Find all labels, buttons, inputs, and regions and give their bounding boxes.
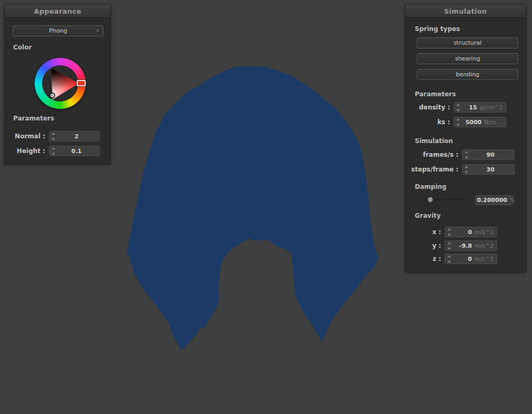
gravity-y-row: y : -9.8 m/s^2 <box>405 240 497 251</box>
height-value[interactable]: 0.1 <box>57 148 96 155</box>
spinner-arrows[interactable] <box>457 119 459 126</box>
height-parameter-row: Height : 0.1 <box>5 146 104 156</box>
chevron-down-icon[interactable] <box>448 246 451 249</box>
normal-parameter-row: Normal : 2 <box>5 131 104 142</box>
density-label: density : <box>405 104 454 111</box>
gravity-x-spinbox[interactable]: 0 m/s^2 <box>445 227 497 237</box>
structural-button-label: structural <box>454 39 482 46</box>
normal-spinbox[interactable]: 2 <box>49 131 100 142</box>
simulation-panel-body: Spring types structural shearing bending… <box>405 18 526 271</box>
spinner-arrows[interactable] <box>448 243 451 249</box>
chevron-down-icon[interactable] <box>457 123 460 126</box>
spinner-arrows[interactable] <box>465 152 468 158</box>
steps-spinbox[interactable]: 30 <box>462 164 515 175</box>
hue-selector-handle[interactable] <box>77 80 86 86</box>
shearing-button-label: shearing <box>455 55 480 62</box>
chevron-up-icon[interactable] <box>465 166 468 169</box>
damping-slider-track[interactable] <box>421 199 467 200</box>
spring-types-label: Spring types <box>415 25 460 33</box>
gravity-label: Gravity <box>415 212 441 219</box>
sim-parameters-label: Parameters <box>415 90 456 98</box>
damping-value: 0.200000 <box>477 197 507 204</box>
appearance-parameters-label: Parameters <box>13 115 54 122</box>
cloth-mesh[interactable] <box>127 66 378 350</box>
saturation-selector-handle[interactable] <box>49 93 55 98</box>
color-section-label: Color <box>13 44 32 51</box>
spinner-arrows[interactable] <box>448 256 451 262</box>
spinner-arrows[interactable] <box>465 166 468 173</box>
sim-section-label: Simulation <box>415 137 453 145</box>
spinner-arrows[interactable] <box>52 133 55 140</box>
frames-per-second-row: frames/s : 90 <box>405 149 515 160</box>
chevron-down-icon[interactable] <box>465 155 468 158</box>
appearance-panel: Appearance Phong › Color Parameters Norm… <box>4 4 111 165</box>
chevron-down-icon[interactable] <box>457 108 460 111</box>
ks-unit: N/m <box>482 119 503 126</box>
steps-label: steps/frame : <box>405 166 462 173</box>
simulation-panel-title: Simulation <box>444 7 487 15</box>
spinner-arrows[interactable] <box>457 104 459 111</box>
chevron-down-icon[interactable] <box>52 137 55 140</box>
damping-value-box[interactable]: 0.200000 % <box>475 195 513 205</box>
chevron-up-icon[interactable] <box>448 228 451 231</box>
steps-value[interactable]: 30 <box>470 166 511 173</box>
normal-value[interactable]: 2 <box>57 133 96 140</box>
gravity-x-unit: m/s^2 <box>472 229 494 236</box>
normal-label: Normal : <box>5 133 49 140</box>
chevron-up-icon[interactable] <box>52 147 55 150</box>
frames-label: frames/s : <box>405 151 462 158</box>
chevron-up-icon[interactable] <box>457 118 460 122</box>
gravity-y-value[interactable]: -9.8 <box>453 243 472 249</box>
damping-slider-handle[interactable] <box>427 197 433 203</box>
gravity-y-label: y : <box>405 242 445 249</box>
spinner-arrows[interactable] <box>448 229 451 236</box>
ks-value[interactable]: 5000 <box>462 119 482 126</box>
gravity-z-row: z : 0 m/s^2 <box>405 254 497 264</box>
density-unit: g/cm^2 <box>477 104 503 111</box>
gravity-y-spinbox[interactable]: -9.8 m/s^2 <box>445 240 497 251</box>
chevron-down-icon[interactable] <box>448 259 451 262</box>
gravity-y-unit: m/s^2 <box>472 243 494 249</box>
height-spinbox[interactable]: 0.1 <box>49 146 100 156</box>
chevron-up-icon[interactable] <box>52 133 55 136</box>
chevron-down-icon[interactable] <box>52 152 55 155</box>
chevron-down-icon[interactable] <box>465 170 468 173</box>
ks-parameter-row: ks : 5000 N/m <box>405 117 506 127</box>
chevron-up-icon[interactable] <box>448 242 451 245</box>
spinner-arrows[interactable] <box>52 148 55 155</box>
chevron-up-icon[interactable] <box>457 104 460 107</box>
chevron-up-icon[interactable] <box>448 255 451 258</box>
gravity-x-label: x : <box>405 228 445 236</box>
frames-value[interactable]: 90 <box>470 152 511 158</box>
height-label: Height : <box>5 147 49 155</box>
simulation-panel: Simulation Spring types structural shear… <box>405 4 526 272</box>
damping-label: Damping <box>415 183 446 190</box>
bending-button-label: bending <box>456 71 479 78</box>
damping-unit: % <box>507 197 509 204</box>
frames-spinbox[interactable]: 90 <box>462 149 515 160</box>
phong-shader-button[interactable]: Phong › <box>13 25 104 36</box>
simulation-panel-header[interactable]: Simulation <box>405 5 526 18</box>
ks-spinbox[interactable]: 5000 N/m <box>454 117 506 127</box>
appearance-panel-title: Appearance <box>34 7 81 15</box>
chevron-down-icon[interactable] <box>448 233 451 236</box>
appearance-panel-header[interactable]: Appearance <box>5 5 110 18</box>
density-parameter-row: density : 15 g/cm^2 <box>405 102 506 113</box>
gravity-z-label: z : <box>405 255 445 262</box>
density-value[interactable]: 15 <box>462 104 477 111</box>
shearing-spring-button[interactable]: shearing <box>417 53 518 64</box>
gravity-z-value[interactable]: 0 <box>453 256 472 262</box>
density-spinbox[interactable]: 15 g/cm^2 <box>454 102 506 113</box>
gravity-x-value[interactable]: 0 <box>453 229 472 236</box>
structural-spring-button[interactable]: structural <box>417 37 518 48</box>
gravity-x-row: x : 0 m/s^2 <box>405 227 497 237</box>
phong-shader-label: Phong <box>49 27 67 34</box>
appearance-panel-body: Phong › Color Parameters Normal : <box>5 18 110 164</box>
gravity-z-spinbox[interactable]: 0 m/s^2 <box>445 254 497 264</box>
app-window: Appearance Phong › Color Parameters Norm… <box>0 0 532 414</box>
steps-per-frame-row: steps/frame : 30 <box>405 164 515 175</box>
color-wheel[interactable] <box>35 58 86 109</box>
chevron-up-icon[interactable] <box>465 151 468 154</box>
ks-label: ks : <box>405 118 454 126</box>
bending-spring-button[interactable]: bending <box>417 69 518 80</box>
